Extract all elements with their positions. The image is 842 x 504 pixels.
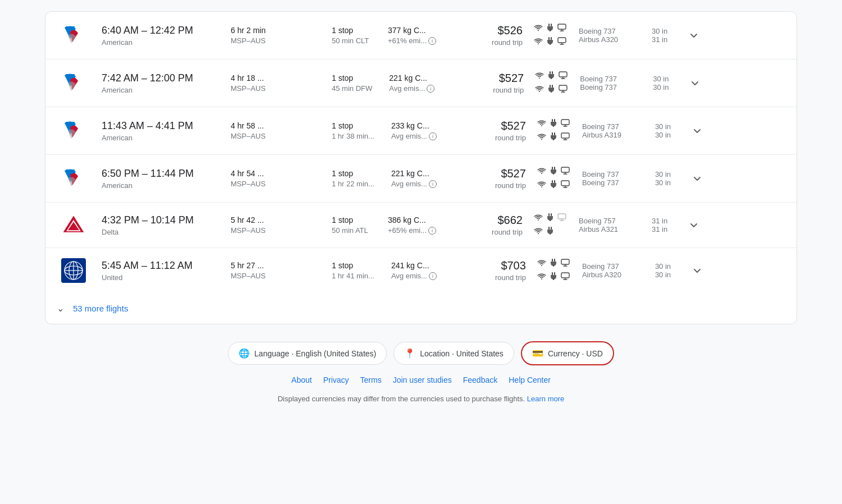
- aircraft-2: Boeing 737: [582, 178, 644, 187]
- footer-link-join-user-studies[interactable]: Join user studies: [393, 375, 452, 384]
- footer-link-privacy[interactable]: Privacy: [323, 375, 349, 384]
- flight-stops-col: 1 stop 1 hr 38 min...: [332, 121, 374, 140]
- flight-duration: 5 hr 27 ...: [231, 261, 315, 270]
- flight-time: 11:43 AM – 4:41 PM: [102, 120, 214, 132]
- screen-icon-1: [557, 24, 566, 34]
- language-button[interactable]: 🌐 Language · English (United States): [228, 342, 387, 365]
- price-type: round trip: [470, 273, 526, 282]
- svg-rect-66: [551, 227, 552, 230]
- footer-link-feedback[interactable]: Feedback: [463, 375, 497, 384]
- info-icon[interactable]: i: [429, 272, 437, 280]
- amenity-row-1: [537, 258, 571, 269]
- flight-row[interactable]: 6:50 PM – 11:44 PM American 4 hr 54 ... …: [45, 155, 797, 203]
- svg-rect-67: [550, 233, 551, 235]
- price-col: $527 round trip: [470, 120, 526, 142]
- flight-time-col: 6:40 AM – 12:42 PM American: [102, 25, 214, 47]
- plug-icon-1: [550, 258, 557, 269]
- amenities-col: [537, 258, 571, 283]
- flight-time-col: 4:32 PM – 10:14 PM Delta: [102, 214, 214, 236]
- svg-rect-30: [552, 119, 553, 122]
- aircraft-col: Boeing 737 Airbus A319: [582, 122, 644, 139]
- footer-link-terms[interactable]: Terms: [360, 375, 382, 384]
- emissions-detail: Avg emis... i: [389, 84, 451, 93]
- flight-time-col: 7:42 AM – 12:00 PM American: [102, 72, 214, 94]
- flight-row[interactable]: 11:43 AM – 4:41 PM American 4 hr 58 ... …: [45, 107, 797, 155]
- seat-col: 30 in 30 in: [653, 75, 681, 91]
- amenities-col: [535, 71, 569, 95]
- more-flights-row[interactable]: ⌄ 53 more flights: [45, 293, 797, 324]
- stop-detail: 1 hr 41 min...: [332, 272, 374, 280]
- flight-row[interactable]: 7:42 AM – 12:00 PM American 4 hr 18 ... …: [45, 59, 797, 107]
- seat-1: 30 in: [655, 262, 683, 271]
- price: $526: [466, 24, 523, 37]
- flight-row[interactable]: 5:45 AM – 11:12 AM United 5 hr 27 ... MS…: [45, 248, 797, 293]
- expand-button[interactable]: [689, 125, 706, 136]
- svg-rect-2: [548, 24, 550, 26]
- amenity-row-1: [534, 213, 568, 224]
- info-icon[interactable]: i: [427, 85, 434, 93]
- seat-1: 30 in: [655, 170, 683, 178]
- expand-button[interactable]: [689, 265, 706, 276]
- svg-rect-10: [550, 43, 551, 45]
- airline-logo: [57, 213, 90, 237]
- svg-rect-65: [548, 227, 550, 230]
- wifi-icon-2: [537, 132, 546, 143]
- svg-rect-52: [553, 186, 554, 188]
- screen-icon-1: [561, 167, 570, 177]
- emissions-main: 233 kg C...: [391, 121, 453, 130]
- flight-duration: 6 hr 2 min: [231, 26, 315, 35]
- amenities-col: [534, 23, 568, 48]
- flight-duration-col: 4 hr 54 ... MSP–AUS: [231, 169, 315, 188]
- emissions-detail: +65% emi... i: [388, 226, 450, 235]
- footer-link-about[interactable]: About: [291, 375, 312, 384]
- wifi-icon-1: [534, 24, 543, 34]
- price-col: $526 round trip: [466, 24, 523, 47]
- info-icon[interactable]: i: [429, 132, 437, 140]
- language-label: Language · English (United States): [254, 349, 376, 358]
- aircraft-1: Boeing 757: [579, 217, 640, 225]
- plug-icon-2: [550, 180, 557, 191]
- info-icon[interactable]: i: [428, 37, 436, 45]
- seat-2: 30 in: [653, 83, 681, 91]
- footer-link-help-center[interactable]: Help Center: [509, 375, 551, 384]
- expand-button[interactable]: [685, 219, 702, 231]
- aircraft-col: Boeing 757 Airbus A321: [579, 217, 640, 233]
- location-button[interactable]: 📍 Location · United States: [393, 342, 514, 365]
- expand-button[interactable]: [687, 77, 703, 89]
- svg-rect-25: [559, 85, 567, 90]
- svg-rect-31: [554, 119, 555, 122]
- aircraft-1: Boeing 737: [580, 75, 642, 83]
- seat-col: 31 in 31 in: [652, 217, 680, 233]
- currency-button[interactable]: 💳 Currency · USD: [521, 341, 614, 365]
- disclaimer-text: Displayed currencies may differ from the…: [278, 395, 525, 403]
- learn-more-link[interactable]: Learn more: [527, 395, 564, 403]
- currency-icon: 💳: [532, 348, 543, 359]
- flight-time-col: 6:50 PM – 11:44 PM American: [102, 168, 214, 190]
- svg-rect-11: [558, 38, 566, 43]
- emissions-main: 377 kg C...: [388, 26, 450, 35]
- emissions-main: 221 kg C...: [391, 169, 453, 178]
- svg-rect-16: [550, 71, 551, 74]
- info-icon[interactable]: i: [428, 227, 436, 235]
- emissions-detail: Avg emis... i: [391, 180, 453, 188]
- svg-rect-4: [550, 30, 551, 31]
- svg-rect-46: [553, 173, 554, 175]
- info-icon[interactable]: i: [429, 180, 437, 188]
- emissions-col: 377 kg C... +61% emi... i: [388, 26, 450, 45]
- flight-row[interactable]: 4:32 PM – 10:14 PM Delta 5 hr 42 ... MSP…: [45, 203, 797, 248]
- svg-rect-59: [548, 213, 550, 216]
- expand-button[interactable]: [685, 30, 702, 41]
- svg-rect-53: [561, 181, 569, 186]
- flight-stops-col: 1 stop 45 min DFW: [332, 74, 372, 93]
- svg-rect-3: [551, 24, 552, 26]
- svg-rect-81: [554, 272, 555, 275]
- screen-icon-2: [557, 37, 566, 47]
- airline-name: United: [102, 273, 214, 282]
- wifi-icon-2: [534, 37, 543, 47]
- flight-row[interactable]: 6:40 AM – 12:42 PM American 6 hr 2 min M…: [45, 12, 797, 59]
- currency-label: Currency · USD: [548, 349, 603, 358]
- svg-rect-60: [551, 213, 552, 216]
- settings-buttons: 🌐 Language · English (United States) 📍 L…: [228, 341, 614, 365]
- wifi-icon-2: [534, 227, 543, 237]
- expand-button[interactable]: [689, 173, 706, 184]
